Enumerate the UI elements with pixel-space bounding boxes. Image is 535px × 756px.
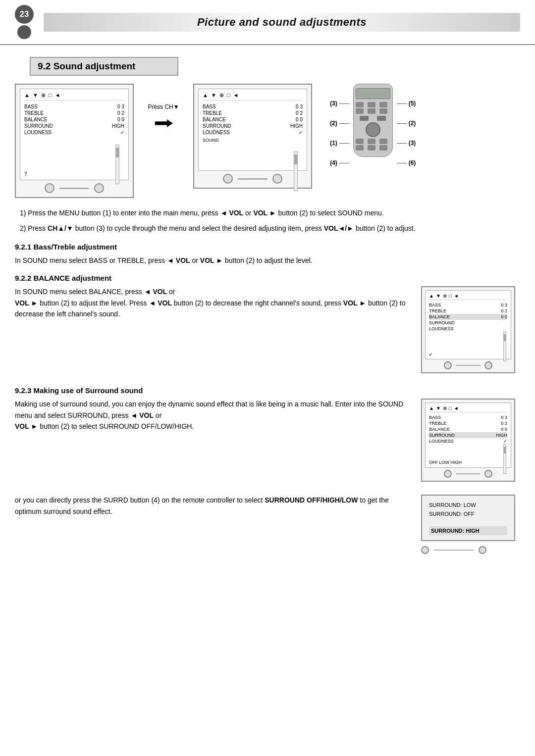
tv-bottom-1 — [20, 183, 129, 193]
923-row-balance: BALANCE0 0 — [429, 426, 507, 432]
922-left-text: In SOUND menu select BALANCE, press ◄ VO… — [15, 286, 411, 319]
923-two-col: Making use of surround sound, you can en… — [15, 399, 520, 487]
tv-inner-2: ▲ ▼ ⊕ □ ◄ BASS0 3 TREBLE0 2 BALANCE0 0 S… — [198, 89, 307, 171]
page-title: Picture and sound adjustments — [44, 13, 520, 32]
tv-toolbar-2: ▲ ▼ ⊕ □ ◄ — [203, 92, 303, 101]
right-callout-3: (3) — [397, 140, 416, 147]
remote-btn-grid-bottom — [356, 139, 390, 151]
922-two-col: In SOUND menu select BALANCE, press ◄ VO… — [15, 286, 520, 378]
remote-vol-btn-right — [377, 116, 386, 121]
main-content: ▲ ▼ ⊕ □ ◄ BASS0 3 TREBLE0 2 BALANCE0 0 S… — [0, 84, 535, 554]
sub-section-921-text: In SOUND menu select BASS or TREBLE, pre… — [15, 255, 520, 266]
sub-section-922: 9.2.2 BALANCE adjustment In SOUND menu s… — [15, 274, 520, 378]
surround-speaker — [434, 550, 474, 551]
remote-btn-7 — [356, 139, 364, 144]
tv2-speaker — [238, 178, 268, 180]
923-left-text: Making use of surround sound, you can en… — [15, 399, 411, 432]
922-speaker — [456, 365, 481, 366]
instr-item-2: 2) Press CH▲/▼ button (3) to cycle throu… — [15, 223, 520, 234]
press-ch-area: Press CH▼ ➡ — [144, 84, 183, 132]
surround-low: SURROUND: LOW — [429, 501, 507, 509]
remote-btn-9 — [379, 139, 387, 144]
sub-section-921: 9.2.1 Bass/Treble adjustment In SOUND me… — [15, 243, 520, 266]
remote-btn-1 — [356, 102, 364, 107]
sub-section-922-title: 9.2.2 BALANCE adjustment — [15, 274, 520, 282]
tv-scroll-2 — [294, 151, 298, 191]
922-row-balance: BALANCE0 0 — [429, 314, 507, 320]
callout-1: (1) — [330, 140, 349, 147]
remote-btn-grid-top — [356, 102, 390, 114]
923-knob-1 — [444, 470, 452, 478]
tv-speaker-1 — [59, 188, 89, 189]
remote-btn-3 — [379, 102, 387, 107]
remote-nav-circle — [366, 122, 380, 137]
surround-options-box: SURROUND: LOW SURROUND: OFF SURROUND: HI… — [421, 495, 515, 541]
922-row-loudness: LOUDNESS — [429, 326, 507, 332]
right-callout-6: (6) — [397, 159, 416, 166]
toolbar2-icon-1: ▲ — [203, 92, 208, 99]
922-text: In SOUND menu select BALANCE, press ◄ VO… — [15, 286, 411, 319]
tv-screen-1: ▲ ▼ ⊕ □ ◄ BASS0 3 TREBLE0 2 BALANCE0 0 S… — [15, 84, 134, 198]
922-tv-inner: ▲ ▼ ⊕ □ ◄ BASS0 3 TREBLE0 2 — [425, 290, 511, 359]
923-row-bass: BASS0 3 — [429, 414, 507, 420]
tv-toolbar-1: ▲ ▼ ⊕ □ ◄ — [24, 92, 124, 101]
tv2-menu-row-balance: BALANCE0 0 — [203, 116, 303, 123]
923-scroll — [503, 444, 506, 474]
figures-row: ▲ ▼ ⊕ □ ◄ BASS0 3 TREBLE0 2 BALANCE0 0 S… — [15, 84, 520, 198]
toolbar2-icon-4: □ — [227, 92, 230, 99]
tv-bottom-2 — [198, 174, 307, 184]
923-text: Making use of surround sound, you can en… — [15, 399, 411, 432]
remote-btn-8 — [368, 139, 375, 144]
tv-menu-row-bass-1: BASS0 3 — [24, 103, 124, 110]
toolbar2-icon-5: ◄ — [233, 92, 238, 99]
press-ch-arrow-icon: ➡ — [154, 113, 174, 132]
tv2-menu-row-treble: TREBLE0 2 — [203, 110, 303, 116]
tv-menu-row-surround-1: SURROUNDHIGH — [24, 123, 124, 129]
instr-item-1: 1) Press the MENU button (1) to enter in… — [15, 208, 520, 218]
page-number: 23 — [15, 5, 34, 24]
page-dot — [17, 25, 31, 39]
tv2-menu-row-loudness: LOUDNESS✓ — [203, 129, 303, 136]
remote-control — [353, 84, 393, 157]
surround-para-text: or you can directly press the SURRD butt… — [15, 495, 411, 517]
remote-btn-2 — [368, 102, 375, 107]
page-header: 23 Picture and sound adjustments — [0, 0, 535, 45]
toolbar-icon-2: ▼ — [33, 92, 38, 99]
right-callout-labels: (5) (2) (3) (6) — [397, 84, 416, 173]
section-title: 9.2 Sound adjustment — [30, 57, 178, 76]
923-right-fig: ▲ ▼ ⊕ □ ◄ BASS0 3 TREBLE0 2 — [421, 399, 520, 487]
surround-knob-1 — [421, 546, 429, 554]
tv-menu-row-loudness-1: LOUDNESS✓ — [24, 129, 124, 136]
923-row-surround: SURROUNDHIGH — [429, 432, 507, 438]
tv-menu-row-balance-1: BALANCE0 0 — [24, 116, 124, 123]
toolbar-icon-3: ⊕ — [41, 92, 46, 99]
instructions-list: 1) Press the MENU button (1) to enter in… — [15, 208, 520, 234]
surround-off: SURROUND: OFF — [429, 509, 507, 518]
remote-btn-5 — [368, 108, 375, 114]
remote-mid-btns — [356, 116, 390, 121]
tv-screen-2: ▲ ▼ ⊕ □ ◄ BASS0 3 TREBLE0 2 BALANCE0 0 S… — [193, 84, 312, 189]
923-row-treble: TREBLE0 2 — [429, 420, 507, 426]
923-scroll-thumb — [504, 447, 506, 454]
right-callout-2: (2) — [397, 120, 416, 127]
923-tv-toolbar: ▲ ▼ ⊕ □ ◄ — [429, 405, 507, 412]
surround-text: or you can directly press the SURRD butt… — [15, 495, 411, 517]
remote-btn-11 — [368, 145, 375, 151]
922-row-treble: TREBLE0 2 — [429, 308, 507, 314]
surround-para-section: or you can directly press the SURRD butt… — [15, 495, 520, 554]
922-knob-2 — [484, 361, 492, 369]
922-tv-screen: ▲ ▼ ⊕ □ ◄ BASS0 3 TREBLE0 2 — [421, 286, 515, 373]
923-knob-2 — [484, 470, 492, 478]
922-tv-bottom — [425, 361, 511, 369]
tv2-menu-row-bass: BASS0 3 — [203, 103, 303, 110]
remote-btn-4 — [356, 108, 364, 114]
922-scroll-thumb — [504, 334, 506, 341]
922-right-fig: ▲ ▼ ⊕ □ ◄ BASS0 3 TREBLE0 2 — [421, 286, 520, 378]
tv2-knob-1 — [223, 174, 233, 184]
surround-high: SURROUND: HIGH — [429, 526, 507, 535]
923-tv-screen: ▲ ▼ ⊕ □ ◄ BASS0 3 TREBLE0 2 — [421, 399, 515, 482]
toolbar-icon-1: ▲ — [24, 92, 30, 99]
left-callout-labels: (3) (2) (1) (4) — [330, 84, 349, 173]
923-tv-bottom — [425, 470, 511, 478]
923-tv-inner: ▲ ▼ ⊕ □ ◄ BASS0 3 TREBLE0 2 — [425, 403, 511, 468]
